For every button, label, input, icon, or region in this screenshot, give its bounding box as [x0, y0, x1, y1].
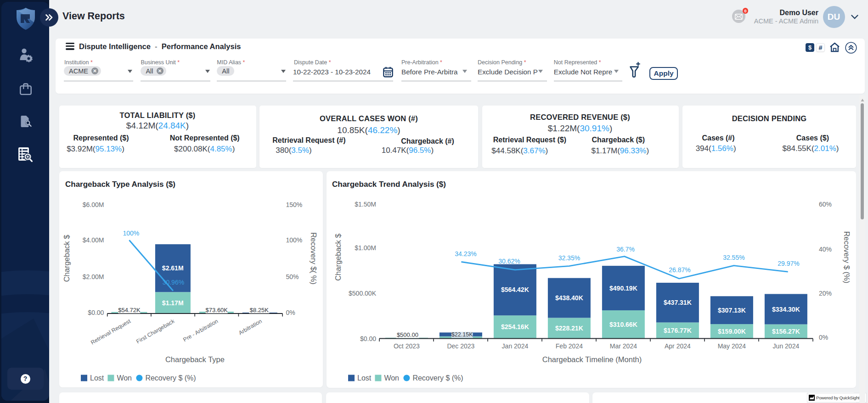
svg-text:$500.00: $500.00	[397, 331, 418, 338]
svg-text:Retrieval Request: Retrieval Request	[90, 318, 132, 346]
svg-text:$54.72K: $54.72K	[118, 306, 141, 313]
svg-text:60%: 60%	[819, 201, 832, 208]
svg-text:$500.00K: $500.00K	[349, 290, 377, 297]
svg-text:100%: 100%	[286, 236, 302, 244]
svg-text:$159.00K: $159.00K	[718, 327, 746, 335]
svg-text:$1.17M: $1.17M	[162, 299, 183, 306]
svg-text:Recovery $ (%): Recovery $ (%)	[843, 231, 851, 283]
svg-text:Dec 2023: Dec 2023	[447, 342, 474, 349]
svg-text:40%: 40%	[819, 245, 832, 252]
svg-text:Chargeback $: Chargeback $	[62, 235, 71, 282]
svg-text:0%: 0%	[819, 334, 828, 341]
svg-text:Won: Won	[117, 374, 132, 382]
svg-text:$2.00M: $2.00M	[82, 273, 104, 280]
svg-text:$6.00M: $6.00M	[82, 201, 104, 208]
svg-text:$334.30K: $334.30K	[772, 305, 800, 313]
svg-text:Chargeback Type: Chargeback Type	[165, 355, 224, 364]
svg-text:Jun 2024: Jun 2024	[773, 342, 800, 349]
svg-text:0%: 0%	[286, 309, 295, 316]
svg-text:20%: 20%	[819, 290, 832, 297]
svg-text:$254.16K: $254.16K	[501, 323, 529, 330]
svg-text:Recovery $ (%): Recovery $ (%)	[412, 374, 463, 382]
svg-text:$2.61M: $2.61M	[162, 264, 183, 272]
svg-text:$4.00M: $4.00M	[82, 236, 104, 244]
svg-text:$156.27K: $156.27K	[772, 328, 800, 335]
svg-text:Feb 2024: Feb 2024	[556, 342, 583, 349]
svg-text:$564.42K: $564.42K	[501, 286, 529, 293]
svg-text:32.55%: 32.55%	[723, 253, 744, 261]
svg-text:Won: Won	[384, 374, 399, 382]
svg-text:$0.00: $0.00	[360, 335, 376, 342]
svg-text:$0.00: $0.00	[88, 309, 104, 316]
svg-text:150%: 150%	[286, 201, 302, 208]
svg-text:Oct 2023: Oct 2023	[394, 342, 420, 349]
svg-text:Chargeback Type Analysis ($): Chargeback Type Analysis ($)	[65, 180, 175, 189]
svg-text:Lost: Lost	[357, 374, 372, 382]
svg-text:Chargeback Timeline (Month): Chargeback Timeline (Month)	[542, 355, 642, 364]
svg-text:26.87%: 26.87%	[669, 266, 690, 274]
svg-text:$176.77K: $176.77K	[664, 327, 692, 334]
svg-text:Pre - Arbitration: Pre - Arbitration	[182, 318, 219, 343]
svg-text:Chargeback Trend Analysis ($): Chargeback Trend Analysis ($)	[332, 180, 446, 189]
svg-text:30.96%: 30.96%	[162, 278, 184, 285]
svg-text:$490.19K: $490.19K	[609, 284, 637, 291]
svg-text:Mar 2024: Mar 2024	[610, 342, 637, 349]
svg-text:May 2024: May 2024	[718, 342, 746, 349]
svg-text:34.23%: 34.23%	[455, 250, 476, 257]
svg-text:32.35%: 32.35%	[558, 254, 580, 262]
svg-text:$438.40K: $438.40K	[555, 294, 583, 302]
svg-text:Lost: Lost	[90, 374, 104, 382]
svg-text:36.7%: 36.7%	[616, 245, 635, 252]
svg-text:$228.21K: $228.21K	[555, 325, 583, 332]
svg-text:50%: 50%	[286, 273, 299, 280]
svg-text:Jan 2024: Jan 2024	[502, 342, 529, 349]
svg-text:30.62%: 30.62%	[498, 257, 520, 264]
svg-text:Chargeback $: Chargeback $	[334, 234, 342, 281]
svg-text:$8.25K: $8.25K	[249, 306, 269, 313]
svg-text:Apr 2024: Apr 2024	[665, 342, 691, 349]
svg-text:$73.60K: $73.60K	[205, 306, 228, 313]
svg-text:$307.13K: $307.13K	[718, 306, 746, 313]
svg-text:$1.50M: $1.50M	[355, 201, 376, 208]
svg-text:Arbitration: Arbitration	[237, 318, 263, 336]
svg-text:$22.15K: $22.15K	[451, 331, 473, 338]
svg-text:First Chargeback: First Chargeback	[135, 318, 176, 345]
svg-text:$1.00M: $1.00M	[355, 244, 376, 251]
svg-text:$310.66K: $310.66K	[609, 320, 637, 328]
svg-text:Recovery $( %): Recovery $( %)	[310, 232, 318, 285]
svg-text:$437.31K: $437.31K	[664, 299, 692, 306]
svg-text:29.97%: 29.97%	[778, 259, 799, 267]
svg-text:Recovery $ (%): Recovery $ (%)	[145, 374, 196, 382]
svg-text:100%: 100%	[123, 229, 139, 236]
